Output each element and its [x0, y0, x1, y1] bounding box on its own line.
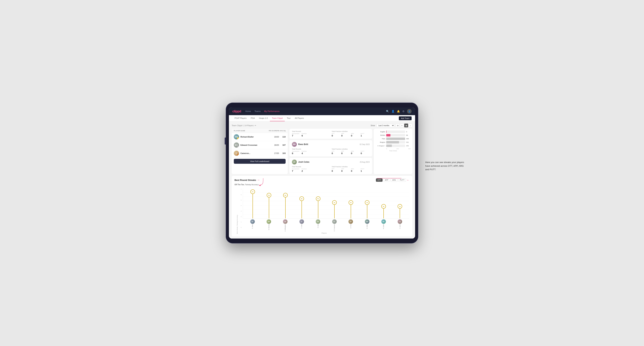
- line-coles: [302, 201, 302, 218]
- t-val-rees: 8: [292, 152, 301, 155]
- avatar-mcherg: BM: [266, 219, 271, 224]
- streak-col-quick: 3x: [398, 189, 402, 218]
- practice-stat: Practice 6: [302, 133, 310, 137]
- edit-icon[interactable]: ✏: [254, 124, 256, 127]
- avatar-2: EC 2: [234, 142, 239, 148]
- bubble-miller: 4x: [365, 200, 370, 205]
- player-card-anon: Total Rounds Tournament 7 Practice 6: [290, 129, 372, 139]
- player-info-3: C 3 Cameron...: [234, 151, 270, 156]
- subnav-all-players[interactable]: All Players: [293, 115, 306, 121]
- player-cards-panel: Total Rounds Tournament 7 Practice 6: [290, 129, 372, 174]
- left-arrow-icon: ←: [257, 178, 260, 182]
- rounds-row-josh: Tournament 7 Practice 2: [292, 168, 330, 172]
- user-icon[interactable]: 👤: [392, 110, 394, 113]
- rank-badge-2: 2: [237, 146, 239, 148]
- nav-home[interactable]: Home: [245, 110, 251, 113]
- card-header-josh: JC Josh Coles 26 Aug 2023: [292, 160, 370, 165]
- app-logo: clippd: [232, 110, 241, 113]
- putt-val-rees: 0: [361, 152, 370, 155]
- name-mcherg: B. McHerg: [268, 224, 270, 230]
- period-select[interactable]: Last 3 months Last 6 months Last 12 mont…: [376, 124, 394, 127]
- subtitle-main: Off The Tee: [234, 184, 244, 185]
- table-header: PLAYER NAME PB SCORE PB AVG SQ: [232, 129, 288, 133]
- leaderboard-panel: PLAYER NAME PB SCORE PB AVG SQ RB 1 Rich…: [232, 129, 288, 174]
- chart-view-btn[interactable]: ▦: [404, 124, 408, 127]
- list-view-btn[interactable]: ≡: [400, 124, 404, 127]
- nav-teams[interactable]: Teams: [254, 110, 260, 113]
- streak-chart-area: 7 6 5 4 3 2 1 0: [239, 188, 410, 234]
- activities-row-josh: OTT 0 APP 0 ARG 0: [332, 168, 370, 172]
- bar-val-birdies: 96: [406, 134, 410, 136]
- filter-putt[interactable]: PUTT: [398, 178, 406, 182]
- team-count: | 14 Players: [244, 124, 254, 127]
- bubble-billingham: 6x: [283, 193, 288, 197]
- player-label-coles: JC J. Coles: [300, 219, 304, 231]
- bar-fill-dbogeys: [386, 145, 392, 147]
- bar-chart: Eagles 3 Birdies 96: [376, 131, 410, 152]
- activities-group-josh: Total Practice Activities OTT 0 APP 0: [332, 166, 370, 172]
- subnav-team-clippd[interactable]: Team Clippd: [270, 115, 285, 121]
- view-controls: Show Last 3 months Last 6 months Last 12…: [371, 124, 412, 127]
- card-stats-anon: Total Rounds Tournament 7 Practice 6: [292, 131, 370, 137]
- table-view-btn[interactable]: ↕: [408, 124, 412, 127]
- grid-view-btn[interactable]: ⊞: [396, 124, 400, 127]
- sub-navigation: PGAT Players PGA Hcaps 1-5 Team Clippd T…: [229, 115, 415, 121]
- streak-col-miller: 4x: [365, 189, 370, 218]
- y-tick-4: 4: [239, 205, 242, 206]
- player-label-ford: DF D. Ford: [348, 219, 353, 231]
- name-billingham: D. Billingham: [284, 224, 286, 231]
- line-billingham: [285, 197, 286, 218]
- search-icon[interactable]: 🔍: [386, 110, 389, 113]
- streak-col-crossman: 4x: [332, 189, 337, 218]
- player-label-butler: RB R. Butler: [381, 219, 386, 231]
- tournament-rees: Tournament 8: [292, 151, 301, 155]
- ott-rees: OTT 0: [332, 151, 340, 155]
- shot-chart-panel: Eagles 3 Birdies 96: [374, 129, 412, 174]
- filter-app[interactable]: APP: [383, 178, 390, 182]
- name-quick: C. Quick: [399, 224, 400, 229]
- add-team-button[interactable]: Add Team: [399, 116, 412, 120]
- player-name-1: Richard Butler: [240, 136, 254, 138]
- card-date-rees: 02 Sep 2023: [360, 144, 370, 145]
- nav-links: Home Teams My Performance: [245, 110, 280, 113]
- player-label-ebert: EE E. Ebert: [250, 219, 255, 231]
- card-date-josh: 26 Aug 2023: [360, 161, 370, 163]
- streaks-title: Best Round Streaks ←: [234, 178, 260, 182]
- putt-josh: PUTT 1: [361, 168, 370, 172]
- tournament-label: Tournament: [292, 133, 301, 134]
- view-leaderboard-button[interactable]: View Full Leaderboard: [234, 159, 286, 164]
- y-tick-7: 7: [239, 189, 242, 190]
- tablet-screen: clippd Home Teams My Performance 🔍 👤 🔔 ⚙…: [229, 107, 415, 238]
- streaks-title-text: Best Round Streaks: [234, 179, 256, 181]
- filter-ott[interactable]: OTT: [376, 178, 382, 182]
- name-butler: R. Butler: [383, 224, 384, 229]
- subnav-pgat[interactable]: PGAT Players: [232, 115, 249, 121]
- subnav-tour[interactable]: Tour: [285, 115, 292, 121]
- player-label-mcherg: BM B. McHerg: [266, 219, 271, 231]
- user-avatar[interactable]: 👤: [407, 109, 412, 114]
- nav-my-performance[interactable]: My Performance: [264, 110, 280, 113]
- app-label: APP: [341, 133, 350, 134]
- line-crossman: [334, 205, 334, 218]
- card-stats-rees: Total Rounds Tournament 8 Practice 4: [292, 148, 370, 155]
- pb-score-3: 17/20: [272, 152, 279, 154]
- line-ebert: [252, 194, 253, 218]
- bar-row-pars: Pars 499: [376, 138, 410, 140]
- bell-icon[interactable]: 🔔: [397, 110, 400, 113]
- pb-avg-1: 110: [280, 136, 286, 138]
- line-quick: [400, 209, 400, 218]
- subnav-hcaps[interactable]: Hcaps 1-5: [257, 115, 270, 121]
- settings-icon[interactable]: ⚙: [402, 110, 404, 113]
- putt-label: PUTT: [361, 133, 370, 134]
- bubble-britt: 5x: [316, 196, 320, 201]
- rounds-group-josh: Total Rounds Tournament 7 Practice 2: [292, 166, 330, 172]
- subnav-pga[interactable]: PGA: [249, 115, 257, 121]
- filter-arg[interactable]: ARG: [390, 178, 398, 182]
- y-axis-label: Best Streak, Fairway Accuracy: [234, 188, 239, 234]
- chart-subtitle: Off The Tee, Fairway Accuracy: [234, 184, 410, 185]
- card-stats-josh: Total Rounds Tournament 7 Practice 2: [292, 166, 370, 172]
- annotation-text: Here you can see streaks your players ha…: [425, 161, 464, 171]
- avatar-1: RB 1: [234, 134, 239, 140]
- avatar-3: C 3: [234, 151, 239, 156]
- rounds-label-rees: Total Rounds: [292, 148, 330, 150]
